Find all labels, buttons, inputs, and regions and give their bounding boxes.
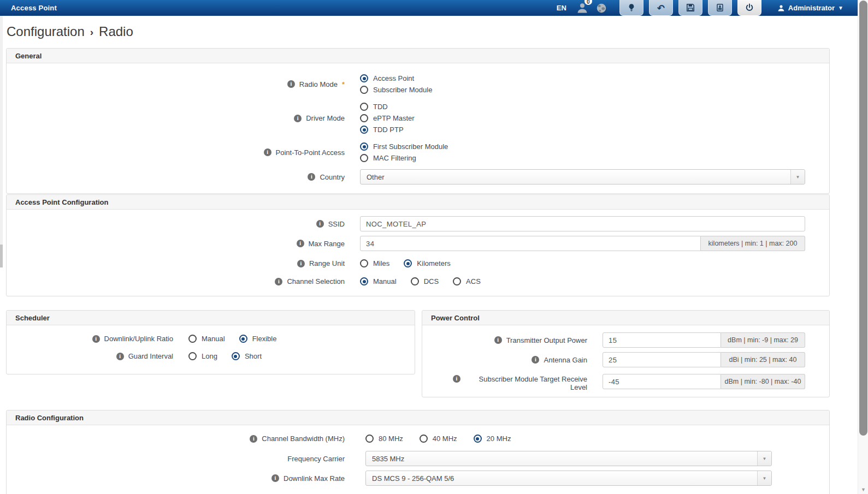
globe-icon[interactable]	[596, 3, 607, 14]
left-scrollbar-thumb[interactable]	[0, 245, 3, 267]
radio-button[interactable]	[360, 259, 368, 267]
panel-title: General	[7, 49, 829, 63]
frequency-carrier-select[interactable]: 5835 MHz	[365, 451, 772, 466]
account-notifications[interactable]: 0	[576, 2, 588, 14]
radio-option-dcs[interactable]: DCS	[411, 277, 439, 286]
user-menu-label: Administrator	[788, 4, 835, 12]
radio-button[interactable]	[360, 103, 368, 111]
info-icon[interactable]	[308, 173, 315, 181]
info-icon[interactable]	[287, 80, 295, 88]
radio-option-flexible[interactable]: Flexible	[239, 334, 277, 343]
radio-button[interactable]	[360, 114, 368, 122]
info-icon[interactable]	[294, 115, 302, 122]
select-value: DS MCS 9 - 256-QAM 5/6	[366, 474, 757, 483]
field-driver-mode: Driver Mode TDD ePTP Master TDD PTP	[7, 102, 829, 134]
dropdown-arrow-icon[interactable]	[757, 471, 771, 485]
radio-button[interactable]	[404, 259, 412, 267]
dropdown-arrow-icon[interactable]	[790, 170, 805, 184]
radio-option-manual[interactable]: Manual	[360, 277, 397, 286]
info-icon[interactable]	[297, 260, 305, 267]
radio-option-label: 80 MHz	[379, 434, 403, 443]
radio-option-label: ACS	[466, 277, 481, 286]
radio-option-long[interactable]: Long	[188, 352, 217, 361]
radio-button[interactable]	[239, 335, 247, 343]
info-icon[interactable]	[532, 356, 539, 364]
radio-option-short[interactable]: Short	[232, 352, 262, 361]
user-menu[interactable]: Administrator ▼	[777, 4, 843, 12]
info-icon[interactable]	[92, 335, 100, 343]
caret-down-icon: ▼	[838, 5, 843, 11]
radio-option-kilometers[interactable]: Kilometers	[404, 259, 450, 268]
power-button[interactable]	[737, 0, 761, 16]
field-ptp-access: Point-To-Point Access First Subscriber M…	[7, 142, 829, 163]
radio-button[interactable]	[360, 142, 368, 151]
save-button[interactable]	[678, 0, 702, 16]
upgrade-button[interactable]	[708, 0, 732, 16]
field-label: Downlink/Uplink Ratio	[104, 335, 173, 343]
panel-title: Radio Configuration	[7, 410, 829, 425]
info-icon[interactable]	[453, 375, 460, 383]
dropdown-arrow-icon[interactable]	[757, 451, 771, 466]
radio-option-eptp-master[interactable]: ePTP Master	[360, 114, 415, 123]
radio-option-20mhz[interactable]: 20 MHz	[474, 434, 511, 443]
user-icon	[777, 4, 785, 12]
radio-button[interactable]	[453, 277, 461, 285]
field-label: SSID	[328, 220, 345, 228]
undo-button[interactable]: ↶	[649, 0, 673, 16]
radio-button[interactable]	[360, 126, 368, 134]
field-label: Range Unit	[309, 259, 345, 267]
scrollbar-thumb[interactable]	[859, 1, 867, 436]
radio-option-label: TDD	[373, 102, 388, 111]
radio-button[interactable]	[360, 86, 368, 94]
downlink-max-rate-select[interactable]: DS MCS 9 - 256-QAM 5/6	[365, 471, 772, 486]
field-label: Driver Mode	[306, 114, 345, 122]
info-icon[interactable]	[297, 240, 304, 247]
field-radio-mode: Radio Mode * Access Point Subscriber Mod…	[7, 74, 829, 94]
radio-button[interactable]	[411, 277, 419, 285]
radio-button[interactable]	[232, 352, 240, 360]
radio-button[interactable]	[474, 435, 482, 443]
radio-option-manual[interactable]: Manual	[188, 334, 225, 343]
radio-button[interactable]	[360, 154, 368, 162]
radio-option-access-point[interactable]: Access Point	[360, 74, 414, 83]
radio-button[interactable]	[420, 435, 428, 443]
field-label: Country	[320, 173, 345, 181]
field-channel-selection: Channel Selection Manual DCS ACS	[7, 277, 829, 286]
radio-option-mac-filtering[interactable]: MAC Filtering	[360, 153, 416, 163]
radio-button[interactable]	[360, 277, 368, 285]
radio-option-label: 20 MHz	[487, 434, 511, 443]
info-icon[interactable]	[316, 220, 324, 228]
breadcrumb-section[interactable]: Configuration	[7, 24, 85, 39]
scrollbar-down-arrow[interactable]	[858, 487, 868, 492]
radio-button[interactable]	[360, 74, 368, 82]
sm-target-rx-input[interactable]	[603, 374, 721, 389]
radio-button[interactable]	[188, 352, 197, 360]
info-icon[interactable]	[264, 148, 271, 156]
max-range-input[interactable]	[360, 236, 701, 251]
radio-option-acs[interactable]: ACS	[453, 277, 481, 286]
info-icon[interactable]	[494, 336, 502, 344]
radio-option-first-subscriber-module[interactable]: First Subscriber Module	[360, 142, 448, 151]
field-transmitter-output-power: Transmitter Output Power dBm | min: -9 |…	[422, 332, 829, 348]
radio-option-miles[interactable]: Miles	[360, 259, 389, 268]
radio-option-80mhz[interactable]: 80 MHz	[365, 434, 403, 443]
info-icon[interactable]	[250, 435, 257, 443]
vertical-scrollbar[interactable]	[858, 0, 868, 494]
country-select[interactable]: Other	[360, 169, 805, 184]
hint-button[interactable]	[619, 0, 643, 16]
antenna-gain-input[interactable]	[603, 352, 721, 367]
required-asterisk: *	[342, 80, 345, 88]
language-selector[interactable]: EN	[557, 4, 566, 12]
info-icon[interactable]	[271, 474, 279, 482]
ssid-input[interactable]	[360, 216, 805, 231]
info-icon[interactable]	[275, 278, 282, 285]
radio-option-label: Long	[202, 352, 217, 361]
radio-button[interactable]	[188, 335, 197, 343]
radio-button[interactable]	[365, 435, 374, 443]
tx-power-input[interactable]	[603, 332, 721, 348]
info-icon[interactable]	[116, 353, 124, 360]
radio-option-tdd[interactable]: TDD	[360, 102, 388, 111]
radio-option-tdd-ptp[interactable]: TDD PTP	[360, 125, 404, 134]
radio-option-40mhz[interactable]: 40 MHz	[420, 434, 457, 443]
radio-option-subscriber-module[interactable]: Subscriber Module	[360, 85, 432, 94]
